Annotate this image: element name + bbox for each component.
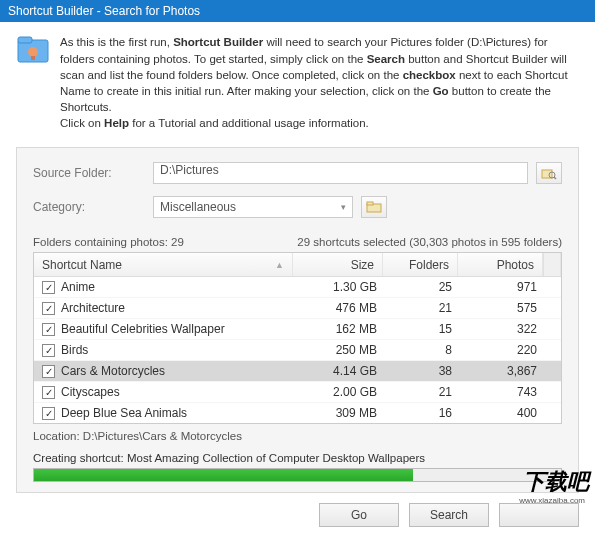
progress-label: Creating shortcut: Most Amazing Collecti… bbox=[33, 452, 562, 464]
search-folder-icon bbox=[541, 166, 557, 180]
folder-icon bbox=[366, 201, 382, 213]
row-size: 476 MB bbox=[295, 301, 385, 315]
category-dropdown[interactable]: Miscellaneous ▾ bbox=[153, 196, 353, 218]
row-name: Cars & Motorcycles bbox=[61, 364, 165, 378]
source-folder-label: Source Folder: bbox=[33, 166, 153, 180]
sort-indicator-icon: ▲ bbox=[275, 260, 284, 270]
row-folders: 21 bbox=[385, 385, 460, 399]
row-checkbox[interactable]: ✓ bbox=[42, 344, 55, 357]
titlebar: Shortcut Builder - Search for Photos bbox=[0, 0, 595, 22]
svg-rect-3 bbox=[31, 56, 35, 60]
row-photos: 322 bbox=[460, 322, 545, 336]
footer-buttons: Go Search bbox=[0, 493, 595, 539]
go-button[interactable]: Go bbox=[319, 503, 399, 527]
category-row: Category: Miscellaneous ▾ bbox=[33, 196, 562, 218]
svg-line-6 bbox=[554, 177, 556, 179]
intro-section: As this is the first run, Shortcut Build… bbox=[0, 22, 595, 139]
svg-rect-1 bbox=[18, 37, 32, 43]
col-shortcut-name[interactable]: Shortcut Name▲ bbox=[34, 253, 293, 276]
row-name: Beautiful Celebrities Wallpaper bbox=[61, 322, 225, 336]
table-row[interactable]: ✓Cars & Motorcycles4.14 GB383,867 bbox=[34, 361, 561, 382]
table-row[interactable]: ✓Beautiful Celebrities Wallpaper162 MB15… bbox=[34, 319, 561, 340]
location-text: Location: D:\Pictures\Cars & Motorcycles bbox=[33, 430, 562, 442]
row-checkbox[interactable]: ✓ bbox=[42, 386, 55, 399]
row-name: Birds bbox=[61, 343, 88, 357]
table-row[interactable]: ✓Deep Blue Sea Animals309 MB16400 bbox=[34, 403, 561, 423]
col-folders[interactable]: Folders bbox=[383, 253, 458, 276]
row-photos: 400 bbox=[460, 406, 545, 420]
row-checkbox[interactable]: ✓ bbox=[42, 407, 55, 420]
row-folders: 21 bbox=[385, 301, 460, 315]
category-label: Category: bbox=[33, 200, 153, 214]
browse-folder-button[interactable] bbox=[536, 162, 562, 184]
main-panel: Source Folder: D:\Pictures Category: Mis… bbox=[16, 147, 579, 493]
svg-point-2 bbox=[28, 47, 38, 57]
row-name: Deep Blue Sea Animals bbox=[61, 406, 187, 420]
progress-bar-track bbox=[33, 468, 562, 482]
row-size: 162 MB bbox=[295, 322, 385, 336]
row-size: 4.14 GB bbox=[295, 364, 385, 378]
row-folders: 15 bbox=[385, 322, 460, 336]
row-checkbox[interactable]: ✓ bbox=[42, 281, 55, 294]
table-row[interactable]: ✓Birds250 MB8220 bbox=[34, 340, 561, 361]
row-folders: 38 bbox=[385, 364, 460, 378]
table-row[interactable]: ✓Cityscapes2.00 GB21743 bbox=[34, 382, 561, 403]
row-size: 1.30 GB bbox=[295, 280, 385, 294]
app-icon bbox=[16, 34, 50, 68]
row-checkbox[interactable]: ✓ bbox=[42, 302, 55, 315]
progress-bar-fill bbox=[34, 469, 413, 481]
row-checkbox[interactable]: ✓ bbox=[42, 323, 55, 336]
stats-row: Folders containing photos: 29 29 shortcu… bbox=[33, 236, 562, 248]
search-button[interactable]: Search bbox=[409, 503, 489, 527]
table-header: Shortcut Name▲ Size Folders Photos bbox=[34, 253, 561, 277]
table-row[interactable]: ✓Anime1.30 GB25971 bbox=[34, 277, 561, 298]
row-size: 2.00 GB bbox=[295, 385, 385, 399]
row-name: Cityscapes bbox=[61, 385, 120, 399]
row-name: Anime bbox=[61, 280, 95, 294]
col-photos[interactable]: Photos bbox=[458, 253, 543, 276]
row-photos: 3,867 bbox=[460, 364, 545, 378]
row-size: 250 MB bbox=[295, 343, 385, 357]
category-folder-button[interactable] bbox=[361, 196, 387, 218]
selection-summary: 29 shortcuts selected (30,303 photos in … bbox=[297, 236, 562, 248]
col-size[interactable]: Size bbox=[293, 253, 383, 276]
row-size: 309 MB bbox=[295, 406, 385, 420]
chevron-down-icon: ▾ bbox=[341, 202, 346, 212]
folder-count: Folders containing photos: 29 bbox=[33, 236, 184, 248]
scrollbar-header bbox=[543, 253, 561, 276]
table-row[interactable]: ✓Architecture476 MB21575 bbox=[34, 298, 561, 319]
row-folders: 8 bbox=[385, 343, 460, 357]
row-name: Architecture bbox=[61, 301, 125, 315]
window-title: Shortcut Builder - Search for Photos bbox=[8, 4, 200, 18]
table-body: ✓Anime1.30 GB25971✓Architecture476 MB215… bbox=[34, 277, 561, 423]
row-folders: 25 bbox=[385, 280, 460, 294]
row-checkbox[interactable]: ✓ bbox=[42, 365, 55, 378]
row-folders: 16 bbox=[385, 406, 460, 420]
source-folder-input[interactable]: D:\Pictures bbox=[153, 162, 528, 184]
svg-rect-4 bbox=[542, 170, 552, 178]
row-photos: 575 bbox=[460, 301, 545, 315]
row-photos: 220 bbox=[460, 343, 545, 357]
shortcuts-table: Shortcut Name▲ Size Folders Photos ✓Anim… bbox=[33, 252, 562, 424]
third-button[interactable] bbox=[499, 503, 579, 527]
row-photos: 743 bbox=[460, 385, 545, 399]
intro-text: As this is the first run, Shortcut Build… bbox=[60, 34, 579, 131]
row-photos: 971 bbox=[460, 280, 545, 294]
svg-rect-8 bbox=[367, 202, 373, 205]
source-folder-row: Source Folder: D:\Pictures bbox=[33, 162, 562, 184]
